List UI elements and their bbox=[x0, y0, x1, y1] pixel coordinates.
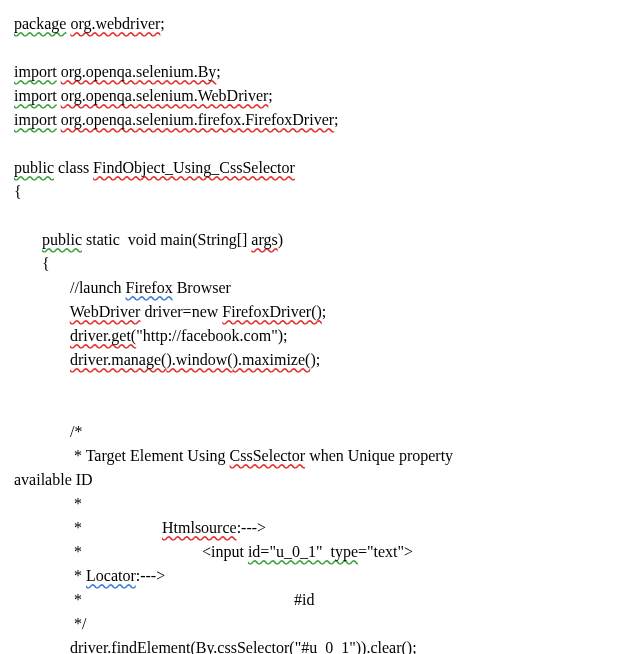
code-line: */ bbox=[14, 612, 611, 636]
blank-line bbox=[14, 36, 611, 60]
param-args: args bbox=[251, 231, 277, 248]
ctor-firefoxdriver: FirefoxDriver() bbox=[222, 303, 322, 320]
keyword-import: import bbox=[14, 63, 57, 80]
blank-line bbox=[14, 204, 611, 228]
call-by-cssselector: By.cssSelector( bbox=[196, 639, 295, 654]
import-path: org.openqa.selenium.firefox.FirefoxDrive… bbox=[61, 111, 334, 128]
blank-line bbox=[14, 372, 611, 396]
code-line: WebDriver driver=new FirefoxDriver(); bbox=[14, 300, 611, 324]
code-line: * Htmlsource:---> bbox=[14, 516, 611, 540]
call-maximize: ).maximize( bbox=[233, 351, 311, 368]
blank-line bbox=[14, 132, 611, 156]
code-line: import org.openqa.selenium.WebDriver; bbox=[14, 84, 611, 108]
word-locator: Locator bbox=[86, 567, 136, 584]
code-line: { bbox=[14, 180, 611, 204]
call-window: ).window( bbox=[166, 351, 232, 368]
keyword-import: import bbox=[14, 87, 57, 104]
code-line: * Target Element Using CssSelector when … bbox=[14, 444, 611, 468]
code-line: * Locator:---> bbox=[14, 564, 611, 588]
type-webdriver: WebDriver bbox=[70, 303, 141, 320]
keyword-public: public bbox=[14, 159, 54, 176]
code-line: import org.openqa.selenium.firefox.Firef… bbox=[14, 108, 611, 132]
code-line: //launch Firefox Browser bbox=[14, 276, 611, 300]
code-line: available ID bbox=[14, 468, 611, 492]
code-line: import org.openqa.selenium.By; bbox=[14, 60, 611, 84]
call-findelement: driver.findElement( bbox=[70, 639, 196, 654]
call-clear: )).clear( bbox=[356, 639, 407, 654]
code-line: package org.webdriver; bbox=[14, 12, 611, 36]
code-line: driver.findElement(By.cssSelector("#u_0_… bbox=[14, 636, 611, 654]
code-line: driver.get("http://facebook.com"); bbox=[14, 324, 611, 348]
code-line: * bbox=[14, 492, 611, 516]
code-line: { bbox=[14, 252, 611, 276]
word-htmlsource: Htmlsource bbox=[162, 519, 237, 536]
import-path: org.openqa.selenium.WebDriver bbox=[61, 87, 269, 104]
import-path: org.openqa.selenium.By bbox=[61, 63, 217, 80]
call-driver-get: driver.get( bbox=[70, 327, 136, 344]
code-line: public static void main(String[] args) bbox=[14, 228, 611, 252]
word-firefox: Firefox bbox=[126, 279, 173, 296]
package-name: org.webdriver bbox=[70, 15, 160, 32]
code-line: /* bbox=[14, 420, 611, 444]
blank-line bbox=[14, 396, 611, 420]
keyword-package: package bbox=[14, 15, 66, 32]
code-line: * <input id="u_0_1" type="text"> bbox=[14, 540, 611, 564]
code-line: public class FindObject_Using_CssSelecto… bbox=[14, 156, 611, 180]
code-line: * #id bbox=[14, 588, 611, 612]
keyword-import: import bbox=[14, 111, 57, 128]
word-cssselector: CssSelector bbox=[230, 447, 306, 464]
call-driver-manage: driver.manage( bbox=[70, 351, 166, 368]
code-line: driver.manage().window().maximize(); bbox=[14, 348, 611, 372]
class-name: FindObject_Using_CssSelector bbox=[93, 159, 295, 176]
keyword-public: public bbox=[42, 231, 82, 248]
code-document: package org.webdriver; import org.openqa… bbox=[14, 12, 611, 654]
attr-id-type: id="u_0_1" type bbox=[248, 543, 358, 560]
